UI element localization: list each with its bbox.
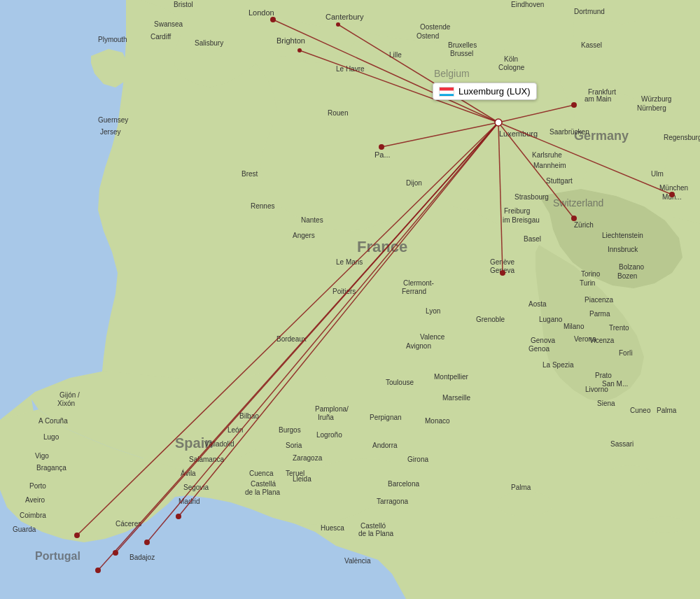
nantes-text: Nantes (301, 216, 323, 224)
nurnberg-text: Nürnberg (637, 104, 666, 112)
brighton-text: Brighton (276, 36, 305, 45)
castellana-text: Castellá (251, 480, 276, 488)
svg-point-2 (606, 465, 654, 486)
stuttgart-text: Stuttgart (546, 177, 573, 185)
bolzano-text: Bolzano (619, 263, 645, 271)
brussel-text: Brussel (450, 50, 473, 57)
iruna-text: Iruña (318, 414, 334, 421)
geneve-dot (500, 270, 505, 276)
koln-text: Köln (504, 55, 518, 63)
vigo-text: Vigo (35, 452, 49, 460)
saarbrucken-text: Saarbrücken (550, 128, 589, 136)
frankfurt2-text: am Main (584, 95, 611, 103)
bruxelles-text: Bruxelles (448, 41, 477, 49)
bilbao-text: Bilbao (239, 412, 259, 420)
kassel-text: Kassel (581, 41, 602, 49)
braganca-text: Bragança (36, 464, 66, 472)
madrid-dot (176, 514, 181, 519)
dortmund-text: Dortmund (574, 8, 605, 15)
london-dot (270, 17, 276, 22)
lleida-text: Lleida (293, 475, 312, 483)
grenoble-text: Grenoble (476, 316, 505, 323)
cologne-text: Cologne (498, 64, 525, 71)
eindhoven-text: Eindhoven (511, 1, 544, 8)
brighton-dot (298, 48, 302, 52)
barcelona-text: Barcelona (388, 480, 419, 488)
valencia-text: València (344, 557, 371, 565)
vicenza-text: Vicenza (589, 337, 615, 344)
parma-text: Parma (589, 310, 610, 318)
karlsruhe-text: Karlsruhe (532, 151, 562, 159)
oostende-text: Oostende (420, 23, 451, 31)
burgos-text: Burgos (279, 426, 301, 434)
genova-text: Genova (531, 337, 555, 344)
porto-text: Porto (29, 482, 46, 490)
mannheim-text: Mannheim (533, 162, 566, 169)
genoa-text: Genoa (528, 345, 550, 353)
liechtenstein-text: Liechtenstein (602, 232, 643, 239)
belgium-label: Belgium (434, 68, 470, 79)
luxemburg-label-text: Luxemburg (LUX) (458, 86, 531, 97)
lograno-text: Logroño (316, 431, 342, 439)
poitiers-text: Poitiers (332, 288, 356, 295)
guernsey-text: Guernsey (98, 116, 128, 124)
plymouth-text: Plymouth (98, 36, 127, 43)
luxemburg-dot (495, 119, 502, 126)
salisbury-text: Salisbury (195, 39, 223, 47)
avignon-text: Avignon (406, 342, 431, 350)
aosta-text: Aosta (528, 300, 547, 308)
bozen-text: Bozen (617, 272, 637, 280)
segovia-text: Segovia (183, 484, 209, 491)
cardiff-text: Cardiff (150, 33, 171, 41)
freiburg-text: Freiburg (504, 207, 530, 215)
castellon-text: Castelló (360, 522, 386, 530)
swansea-text: Swansea (154, 20, 183, 28)
plana2-text: de la Plana (245, 488, 280, 496)
portugal-label: Portugal (35, 550, 80, 562)
laspezia-text: La Spezia (542, 361, 574, 369)
cuneo-text: Cuneo (630, 407, 651, 414)
frankfurt-dot (571, 102, 577, 108)
basel-text: Basel (524, 235, 541, 243)
dijon-text: Dijon (406, 179, 422, 187)
luxembourg-flag (439, 87, 454, 97)
torino-text: Torino (581, 270, 601, 278)
rouen-text: Rouen (328, 109, 348, 117)
svg-point-1 (497, 491, 553, 516)
aveiro-text: Aveiro (25, 496, 46, 504)
zurich-text: Zürich (574, 221, 594, 229)
andorra-text: Andorra (372, 442, 398, 449)
angers-text: Angers (293, 232, 315, 239)
zurich-dot (571, 216, 577, 221)
forli-text: Forlì (619, 349, 633, 357)
marseille-text: Marseille (442, 394, 470, 402)
jersey-text: Jersey (100, 128, 120, 136)
london-text: London (248, 8, 274, 17)
breisgau-text: im Breisgau (503, 216, 540, 224)
lugano-text: Lugano (539, 316, 563, 323)
map-svg: France Spain Portugal Germany Switzerlan… (0, 0, 700, 599)
guarda-text: Guarda (13, 526, 36, 533)
clermont-text: Clermont- (403, 279, 434, 287)
lille-text: Lille (389, 51, 402, 59)
coimbra-text: Coimbra (20, 512, 46, 519)
canterbury-text: Canterbury (326, 13, 364, 21)
monaco-text: Monaco (425, 417, 450, 425)
ostend-text: Ostend (416, 32, 439, 40)
xixon-text: Xixón (57, 400, 75, 407)
plana-text: de la Plana (358, 530, 393, 537)
spain2-dot (95, 568, 101, 573)
portugal-dot (74, 533, 80, 538)
palma2-text: Palma (511, 484, 531, 491)
rennes-text: Rennes (251, 202, 274, 210)
wurzburg-text: Würzburg (641, 95, 671, 103)
toulouse-text: Toulouse (386, 379, 414, 386)
luxemburg-label: Luxemburg (LUX) (433, 83, 537, 100)
badajoz-text: Badajoz (130, 554, 155, 561)
paris-text-label: Pa... (374, 150, 391, 159)
perpignan-text: Perpignan (370, 414, 402, 421)
gijon-text: Gijón / (59, 391, 80, 399)
siena-text: Siena (597, 400, 615, 407)
palma-text: Palma (657, 407, 677, 414)
svg-rect-17 (440, 87, 454, 91)
